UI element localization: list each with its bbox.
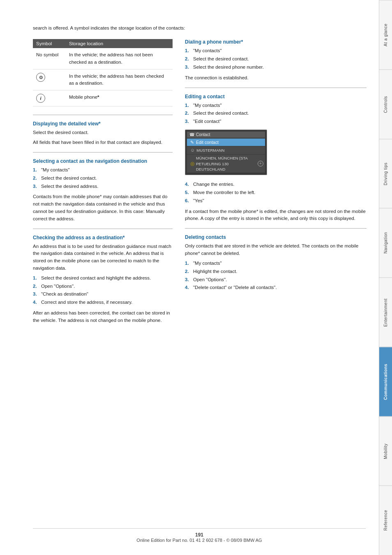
step-text: "Delete contact" or "Delete all contacts… [193, 284, 277, 291]
sidebar-tab-communications[interactable]: Communications [379, 347, 392, 416]
nav-destination-icon: ⊙ [36, 73, 45, 82]
table-head: Symbol Storage location [33, 39, 173, 48]
list-item: 6. "Yes" [185, 197, 367, 205]
step-num: 5. [185, 189, 191, 197]
step-num: 2. [185, 268, 191, 275]
step-text: Select the desired contact. [41, 175, 97, 182]
step-text: Change the entries. [193, 181, 234, 188]
list-item: 3. Open "Options". [185, 276, 367, 284]
step-text: Select the desired contact. [193, 110, 249, 117]
step-text: Correct and store the address, if necess… [41, 299, 132, 306]
list-item: 1. Select the desired contact and highli… [33, 275, 173, 282]
symbol-cell: No symbol [33, 48, 66, 69]
right-column: Dialing a phone number* 1. "My contacts"… [185, 39, 367, 326]
para-select-contact: Select the desired contact. [33, 129, 173, 136]
sidebar-tab-at-a-glance[interactable]: At a glance [379, 0, 392, 69]
step-num: 3. [185, 276, 191, 284]
step-text: "Yes" [193, 197, 204, 205]
step-num: 2. [185, 56, 191, 63]
section-editing-contact: Editing a contact 1. "My contacts" 2. Se… [185, 94, 367, 223]
main-content: search is offered. A symbol indicates th… [0, 0, 379, 555]
sidebar-tab-entertainment[interactable]: Entertainment [379, 278, 392, 347]
para-only-contacts: Only contacts that are stored in the veh… [185, 243, 367, 257]
dialing-steps-list: 1. "My contacts" 2. Select the desired c… [185, 47, 367, 71]
sidebar-tab-reference[interactable]: Reference [379, 486, 392, 555]
editing-steps-list-2: 4. Change the entries. 5. Move the contr… [185, 181, 367, 204]
section-heading-displaying: Displaying the detailed view* [33, 121, 173, 127]
screenshot-title: Contact [196, 132, 210, 137]
section-dialing-phone: Dialing a phone number* 1. "My contacts"… [185, 39, 367, 81]
step-text: "My contacts" [193, 102, 222, 109]
symbol-cell: i [33, 90, 66, 106]
person-icon: ☺ [190, 147, 195, 153]
step-num: 6. [185, 197, 191, 205]
editing-steps-list-1: 1. "My contacts" 2. Select the desired c… [185, 102, 367, 125]
address-lines: MÜNCHEN, MÜNCHEN (STA PETUELRING 130 DEU… [196, 155, 248, 172]
list-item: 5. Move the controller to the left. [185, 189, 367, 197]
sidebar-tab-mobility[interactable]: Mobility [379, 416, 392, 486]
step-text: Select the desired contact. [193, 56, 249, 63]
intro-text: search is offered. A symbol indicates th… [33, 25, 367, 32]
asterisk: * [97, 95, 99, 99]
sidebar-tab-controls[interactable]: Controls [379, 69, 392, 139]
para-connection: The connection is established. [185, 74, 367, 82]
col-header-symbol: Symbol [33, 39, 66, 48]
step-num: 3. [33, 291, 39, 298]
section-selecting-contact-navigation: Selecting a contact as the navigation de… [33, 158, 173, 223]
step-text: "My contacts" [193, 47, 222, 55]
list-item: 3. "Edit contact" [185, 118, 367, 125]
section-heading-selecting: Selecting a contact as the navigation de… [33, 158, 173, 164]
screenshot-titlebar: ☎ Contact [187, 132, 265, 138]
symbol-cell: ⊙ [33, 69, 66, 90]
edit-contact-screenshot: ☎ Contact ✎ Edit contact ☺ MUSTERMANN [185, 130, 267, 175]
symbol-table: Symbol Storage location No symbol In the… [33, 39, 173, 106]
step-text: "My contacts" [41, 166, 70, 174]
person-name: MUSTERMANN [196, 148, 224, 153]
list-item: 2. Select the desired contact. [33, 175, 173, 182]
description-cell: In the vehicle; the address has not been… [66, 48, 173, 69]
table-row: No symbol In the vehicle; the address ha… [33, 48, 173, 69]
edit-label: Edit contact [196, 140, 219, 145]
selecting-steps-list: 1. "My contacts" 2. Select the desired c… [33, 166, 173, 190]
step-num: 4. [185, 181, 191, 188]
section-deleting-contacts: Deleting contacts Only contacts that are… [185, 234, 367, 291]
sidebar-tab-navigation[interactable]: Navigation [379, 208, 392, 278]
step-text: Select the desired contact and highlight… [41, 275, 151, 282]
step-text: Select the desired address. [41, 183, 98, 190]
address-line3: DEUTSCHLAND [196, 167, 225, 171]
step-text: Open "Options". [41, 283, 75, 290]
step-num: 1. [185, 102, 191, 109]
screenshot-address-row: ◎ MÜNCHEN, MÜNCHEN (STA PETUELRING 130 D… [187, 155, 265, 173]
add-button[interactable]: + [258, 161, 263, 166]
table-row: i Mobile phone* [33, 90, 173, 106]
section-checking-address: Checking the address as a destination* A… [33, 235, 173, 324]
list-item: 4. "Delete contact" or "Delete all conta… [185, 284, 367, 291]
checking-steps-list: 1. Select the desired contact and highli… [33, 275, 173, 306]
sidebar-tabs: At a glance Controls Driving tips Naviga… [379, 0, 392, 555]
screenshot-person-row: ☺ MUSTERMANN [187, 146, 265, 154]
list-item: 2. Select the desired contact. [185, 56, 367, 63]
page-number: 191 [195, 532, 203, 538]
left-column: Symbol Storage location No symbol In the… [33, 39, 173, 326]
page-footer: 191 Online Edition for Part no. 01 41 2 … [33, 528, 366, 543]
step-text: "My contacts" [193, 260, 222, 267]
step-text: Select the desired phone number. [193, 64, 264, 71]
sidebar-tab-driving-tips[interactable]: Driving tips [379, 139, 392, 208]
description-cell: Mobile phone* [66, 90, 173, 106]
step-num: 2. [185, 110, 191, 117]
step-num: 3. [185, 64, 191, 71]
address-line1: MÜNCHEN, MÜNCHEN (STA [196, 156, 248, 160]
location-icon: ◎ [190, 160, 194, 167]
two-columns: Symbol Storage location No symbol In the… [33, 39, 367, 326]
section-heading-editing: Editing a contact [185, 94, 367, 99]
list-item: 3. "Check as destination" [33, 291, 173, 298]
step-num: 4. [33, 299, 39, 306]
list-item: 2. Open "Options". [33, 283, 173, 290]
list-item: 1. "My contacts" [185, 102, 367, 109]
step-num: 4. [185, 284, 191, 291]
step-num: 1. [33, 275, 39, 282]
divider [185, 88, 367, 88]
para-if-contact-edited: If a contact from the mobile phone* is e… [185, 208, 367, 223]
step-text: Open "Options". [193, 276, 227, 284]
divider [33, 152, 173, 153]
